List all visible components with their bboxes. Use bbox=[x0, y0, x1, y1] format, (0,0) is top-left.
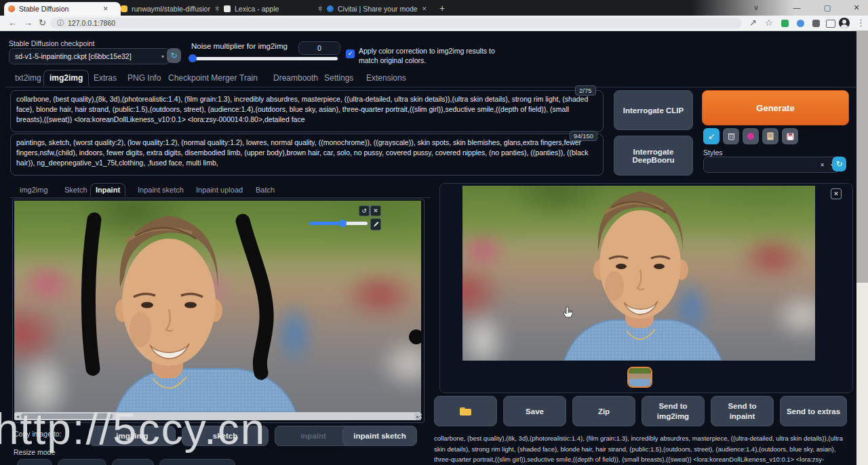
paste-parameters-button[interactable]: ↙ bbox=[703, 128, 719, 144]
subtab-divider bbox=[10, 197, 431, 198]
resize-mode-option[interactable] bbox=[17, 459, 52, 465]
interrogate-clip-button[interactable]: Interrogate CLIP bbox=[614, 90, 693, 130]
save-style-button[interactable] bbox=[782, 128, 798, 144]
reload-icon[interactable]: ↻ bbox=[39, 18, 46, 28]
tab-title: Lexica - apple bbox=[235, 5, 313, 13]
close-window-icon[interactable]: ✕ bbox=[846, 1, 867, 14]
forward-icon[interactable]: → bbox=[24, 18, 33, 28]
tab-settings[interactable]: Settings bbox=[319, 70, 359, 85]
resize-mode-option[interactable] bbox=[58, 459, 106, 465]
prompt-textarea[interactable]: collarbone, (best quality),(8k, 3d),(pho… bbox=[10, 90, 604, 132]
refresh-styles-icon[interactable]: ↻ bbox=[832, 157, 846, 171]
browser-tab-strip: Stable Diffusion ✕ runwayml/stable-diffu… bbox=[0, 0, 868, 16]
browser-tab-civitai[interactable]: Civitai | Share your models ✕ bbox=[323, 2, 437, 16]
site-info-icon[interactable]: ⓘ bbox=[57, 18, 64, 28]
tab-bar-divider bbox=[5, 87, 863, 87]
checkpoint-value: sd-v1-5-inpainting.ckpt [c6bbc15e32] bbox=[15, 52, 132, 60]
tab-train[interactable]: Train bbox=[234, 70, 263, 85]
tab-png-info[interactable]: PNG Info bbox=[122, 70, 166, 85]
checkpoint-dropdown[interactable]: sd-v1-5-inpainting.ckpt [c6bbc15e32] ▾ bbox=[9, 48, 170, 64]
tab-close-icon[interactable]: ✕ bbox=[103, 5, 108, 12]
brush-icon[interactable] bbox=[370, 218, 381, 230]
tab-separator bbox=[320, 5, 321, 12]
inpaint-canvas-container: ↺ ✕ ◂ ▸ bbox=[12, 199, 425, 423]
clear-image-icon[interactable]: ✕ bbox=[370, 205, 381, 216]
profile-avatar[interactable] bbox=[839, 18, 850, 28]
send-to-inpaint-button[interactable]: Send to inpaint bbox=[711, 396, 774, 426]
send-to-extras-button[interactable]: Send to extras bbox=[780, 396, 847, 426]
tab-close-icon[interactable]: ✕ bbox=[422, 5, 427, 12]
noise-multiplier-label: Noise multiplier for img2img bbox=[191, 42, 288, 50]
send-to-img2img-label: Send to img2img bbox=[653, 401, 694, 422]
undo-icon[interactable]: ↺ bbox=[359, 205, 370, 216]
generate-button[interactable]: Generate bbox=[702, 90, 849, 125]
brush-slider-handle[interactable] bbox=[339, 220, 347, 227]
tab-separator bbox=[217, 5, 218, 12]
brush-size-slider[interactable] bbox=[309, 222, 368, 225]
resize-mode-option[interactable] bbox=[159, 459, 235, 465]
zip-label: Zip bbox=[598, 407, 610, 416]
browser-tab-stable-diffusion[interactable]: Stable Diffusion ✕ bbox=[4, 2, 121, 16]
brush-size-dot bbox=[409, 329, 421, 344]
result-image[interactable] bbox=[462, 186, 815, 361]
extension-icon[interactable] bbox=[797, 20, 804, 27]
copy-to-inpaint-sketch-label: inpaint sketch bbox=[353, 432, 406, 440]
negative-prompt-textarea[interactable]: paintings, sketch, (worst quality:2), (l… bbox=[10, 134, 604, 176]
extension-icon[interactable] bbox=[781, 20, 789, 27]
chevron-down-icon: ▾ bbox=[161, 54, 164, 60]
zip-button[interactable]: Zip bbox=[572, 396, 635, 426]
extra-networks-button[interactable] bbox=[743, 128, 759, 144]
tab-search-chevron-icon[interactable]: ∨ bbox=[746, 1, 766, 14]
copy-to-inpaint-button: inpaint bbox=[275, 426, 352, 446]
menu-kebab-icon[interactable]: ⋮ bbox=[856, 18, 865, 28]
new-tab-button[interactable]: + bbox=[437, 3, 448, 14]
interrogate-clip-label: Interrogate CLIP bbox=[623, 106, 684, 115]
tab-img2img[interactable]: img2img bbox=[43, 70, 89, 86]
refresh-checkpoints-icon[interactable]: ↻ bbox=[167, 48, 181, 63]
resize-grip[interactable] bbox=[414, 413, 422, 420]
gallery-thumbnail[interactable] bbox=[627, 367, 652, 388]
address-bar[interactable]: ⓘ 127.0.0.1:7860 bbox=[50, 18, 742, 28]
subtab-inpaint-upload[interactable]: Inpaint upload bbox=[191, 184, 248, 196]
close-gallery-icon[interactable]: ✕ bbox=[831, 188, 842, 199]
maximize-icon[interactable]: ▢ bbox=[817, 1, 837, 14]
browser-tab-lexica[interactable]: Lexica - apple ✕ bbox=[220, 2, 327, 16]
subtab-sketch[interactable]: Sketch bbox=[60, 184, 92, 196]
tab-dreambooth[interactable]: Dreambooth bbox=[268, 70, 323, 85]
tab-txt2img[interactable]: txt2img bbox=[9, 70, 47, 85]
minimize-icon[interactable]: — bbox=[787, 1, 807, 14]
browser-tab-runwayml[interactable]: runwayml/stable-diffusion-inpai ✕ bbox=[117, 2, 224, 16]
subtab-inpaint-sketch[interactable]: Inpaint sketch bbox=[133, 184, 189, 196]
subtab-inpaint[interactable]: Inpaint bbox=[90, 183, 125, 197]
extensions-puzzle-icon[interactable] bbox=[812, 20, 820, 27]
clear-selection-icon[interactable]: ✕ bbox=[818, 161, 827, 169]
subtab-img2img[interactable]: img2img bbox=[15, 184, 53, 196]
copy-to-inpaint-sketch-button[interactable]: inpaint sketch bbox=[342, 426, 417, 446]
noise-multiplier-value[interactable]: 0 bbox=[298, 41, 340, 55]
slider-handle[interactable] bbox=[189, 54, 197, 62]
send-to-img2img-button[interactable]: Send to img2img bbox=[642, 396, 705, 426]
save-button[interactable]: Save bbox=[503, 396, 566, 426]
styles-dropdown[interactable]: ✕ ▾ bbox=[703, 157, 840, 173]
resize-mode-option[interactable] bbox=[112, 459, 154, 465]
side-panel-icon[interactable] bbox=[826, 20, 835, 28]
inpaint-canvas-image[interactable] bbox=[14, 201, 421, 412]
tab-favicon bbox=[121, 5, 127, 12]
color-correction-checkbox[interactable]: ✓ bbox=[346, 49, 355, 58]
interrogate-deepbooru-button[interactable]: Interrogate DeepBooru bbox=[614, 136, 693, 176]
back-icon[interactable]: ← bbox=[8, 18, 17, 28]
url-text: 127.0.0.1:7860 bbox=[68, 19, 115, 27]
open-folder-button[interactable] bbox=[434, 396, 497, 426]
share-icon[interactable]: ↗ bbox=[749, 18, 757, 28]
tab-checkpoint-merger[interactable]: Checkpoint Merger bbox=[163, 70, 242, 85]
clear-prompt-button[interactable] bbox=[723, 128, 739, 144]
generation-info-text: collarbone, (best quality),(8k, 3d),(pho… bbox=[434, 433, 849, 465]
tab-extensions[interactable]: Extensions bbox=[361, 70, 412, 85]
page-scrollbar-thumb[interactable] bbox=[856, 31, 868, 283]
tab-title: Stable Diffusion bbox=[19, 5, 99, 13]
noise-multiplier-slider[interactable] bbox=[191, 57, 338, 60]
bookmark-star-icon[interactable]: ☆ bbox=[765, 18, 773, 28]
apply-styles-button[interactable] bbox=[762, 128, 778, 144]
tab-extras[interactable]: Extras bbox=[88, 70, 122, 85]
subtab-batch[interactable]: Batch bbox=[251, 184, 279, 196]
